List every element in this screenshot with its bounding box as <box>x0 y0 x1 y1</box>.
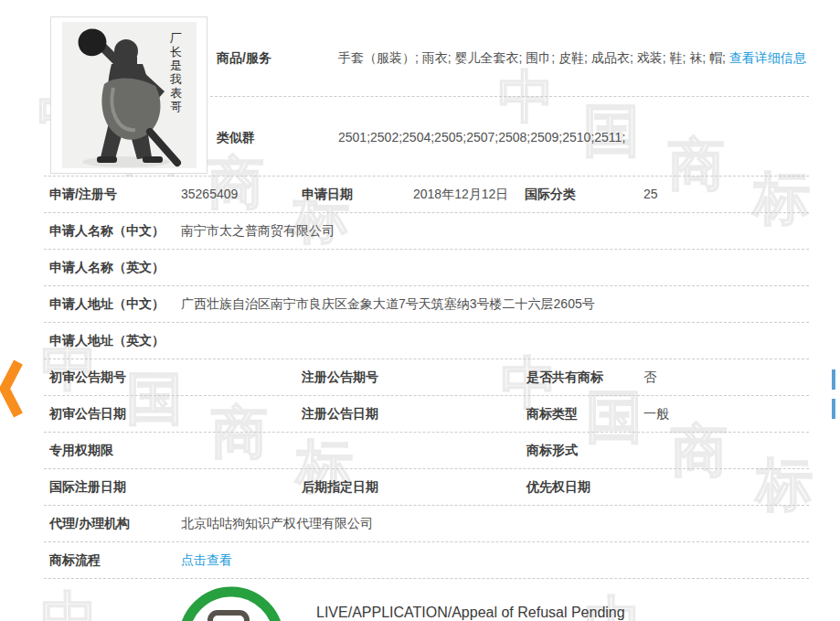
applicant-cn-value: 南宁市太之普商贸有限公司 <box>181 213 335 249</box>
row-agent: 代理/办理机构 北京咕咕狗知识产权代理有限公司 <box>44 506 809 542</box>
tm-type-value: 一般 <box>643 396 669 432</box>
row-applicant-name-en: 申请人名称（英文） <box>44 250 809 286</box>
svg-text:长: 长 <box>170 45 182 59</box>
prelim-gazette-no-label: 初审公告期号 <box>49 359 126 395</box>
trademark-detail-page: 中国商标中国商标中国商标中国商标中国商标中国商标 厂长是我表哥 <box>0 0 840 621</box>
intl-class-label: 国际分类 <box>525 177 576 212</box>
row-gazette-dates: 初审公告日期 注册公告日期 商标类型 一般 <box>44 396 809 433</box>
applicant-cn-label: 申请人名称（中文） <box>49 213 165 249</box>
prelim-gazette-date-label: 初审公告日期 <box>49 396 126 432</box>
address-cn-label: 申请人地址（中文） <box>49 286 165 322</box>
similar-group-label: 类似群 <box>217 130 255 146</box>
collapse-arrow-icon[interactable] <box>0 357 24 421</box>
row-exclusive-period: 专用权期限 商标形式 <box>44 433 809 469</box>
status-ring-circle <box>184 592 279 621</box>
trademark-photo-art: 厂长是我表哥 <box>62 22 197 168</box>
row-application-number: 申请/注册号 35265409 申请日期 2018年12月12日 国际分类 25 <box>44 177 809 213</box>
row-applicant-address-cn: 申请人地址（中文） 广西壮族自治区南宁市良庆区金象大道7号天筑塞纳3号楼二十六层… <box>44 286 809 323</box>
row-applicant-name-cn: 申请人名称（中文） 南宁市太之普商贸有限公司 <box>44 213 809 250</box>
tm-form-label: 商标形式 <box>526 433 578 468</box>
intl-class-value: 25 <box>643 177 658 212</box>
svg-text:哥: 哥 <box>170 100 182 113</box>
reg-no-label: 申请/注册号 <box>49 177 117 212</box>
is-shared-label: 是否共有商标 <box>526 359 603 395</box>
svg-text:厂: 厂 <box>170 31 182 45</box>
reg-gazette-no-label: 注册公告期号 <box>302 359 378 395</box>
row-gazette-numbers: 初审公告期号 注册公告期号 是否共有商标 否 <box>44 359 809 396</box>
svg-text:是: 是 <box>170 59 182 72</box>
svg-text:我: 我 <box>169 72 182 86</box>
side-widget-bar-bottom[interactable] <box>832 399 835 419</box>
svg-text:表: 表 <box>170 86 182 100</box>
reg-gazette-date-label: 注册公告日期 <box>302 396 378 432</box>
late-designation-date-label: 后期指定日期 <box>302 469 378 505</box>
process-view-link[interactable]: 点击查看 <box>181 552 232 567</box>
address-cn-value: 广西壮族自治区南宁市良庆区金象大道7号天筑塞纳3号楼二十六层2605号 <box>181 286 595 322</box>
briefcase-icon <box>210 613 247 621</box>
app-date-label: 申请日期 <box>302 177 353 212</box>
fields-table: 申请/注册号 35265409 申请日期 2018年12月12日 国际分类 25… <box>44 176 809 579</box>
trademark-photo: 厂长是我表哥 <box>50 16 207 174</box>
raised-shoe <box>79 29 107 57</box>
priority-date-label: 优先权日期 <box>526 469 590 505</box>
svg-text:中: 中 <box>41 584 98 621</box>
goods-detail-link[interactable]: 查看详细信息 <box>729 50 806 65</box>
address-en-label: 申请人地址（英文） <box>49 323 165 359</box>
app-date-value: 2018年12月12日 <box>413 177 508 212</box>
agent-value: 北京咕咕狗知识产权代理有限公司 <box>181 506 373 541</box>
trademark-vertical-text: 厂长是我表哥 <box>169 31 182 113</box>
tm-type-label: 商标类型 <box>526 396 578 432</box>
status-ring <box>176 583 286 621</box>
similar-group-value: 2501;2502;2504;2505;2507;2508;2509;2510;… <box>338 130 625 145</box>
agent-label: 代理/办理机构 <box>49 506 130 541</box>
intl-reg-date-label: 国际注册日期 <box>49 469 126 505</box>
reg-no-value: 35265409 <box>181 177 238 212</box>
row-trademark-process: 商标流程 点击查看 <box>44 542 809 579</box>
applicant-en-label: 申请人名称（英文） <box>49 250 165 285</box>
goods-label: 商品/服务 <box>217 50 271 67</box>
exclusive-period-label: 专用权期限 <box>49 433 113 468</box>
is-shared-value: 否 <box>643 359 656 395</box>
goods-divider <box>210 96 809 97</box>
side-widget-bar-top[interactable] <box>832 369 835 390</box>
row-international-dates: 国际注册日期 后期指定日期 优先权日期 <box>44 469 809 506</box>
row-applicant-address-en: 申请人地址（英文） <box>44 323 809 359</box>
status-text: LIVE/APPLICATION/Appeal of Refusal Pendi… <box>316 605 625 621</box>
process-label: 商标流程 <box>49 542 101 578</box>
goods-value: 手套（服装）; 雨衣; 婴儿全套衣; 围巾; 皮鞋; 成品衣; 戏装; 鞋; 袜… <box>338 50 726 65</box>
